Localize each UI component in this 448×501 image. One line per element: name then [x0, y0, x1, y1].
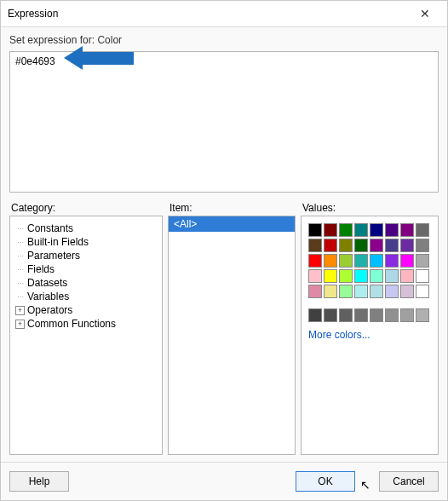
arrow-left-icon: [64, 46, 83, 70]
color-swatch[interactable]: [370, 223, 383, 237]
titlebar: Expression ✕: [1, 1, 447, 27]
category-item-label: Fields: [27, 263, 55, 275]
tree-expand-icon: +: [15, 306, 25, 315]
color-swatch[interactable]: [308, 239, 322, 252]
color-swatch[interactable]: [370, 254, 383, 268]
grey-swatch[interactable]: [385, 308, 399, 322]
color-swatch[interactable]: [400, 239, 414, 252]
color-swatch[interactable]: [324, 223, 337, 237]
tree-leaf-icon: ⋯: [15, 238, 25, 247]
color-swatch[interactable]: [354, 269, 368, 283]
category-item[interactable]: ⋯Parameters: [14, 249, 158, 262]
category-item-label: Common Functions: [27, 318, 116, 330]
tree-leaf-icon: ⋯: [15, 292, 25, 302]
color-swatch[interactable]: [400, 285, 414, 298]
values-box: More colors...: [301, 216, 439, 455]
category-tree[interactable]: ⋯Constants⋯Built-in Fields⋯Parameters⋯Fi…: [10, 216, 162, 336]
values-panel: Values: More colors...: [301, 200, 439, 455]
category-item[interactable]: ⋯Datasets: [14, 276, 158, 290]
color-swatch[interactable]: [400, 269, 414, 283]
color-swatch[interactable]: [324, 285, 337, 298]
color-swatch[interactable]: [354, 254, 368, 268]
color-swatch-grid[interactable]: [302, 216, 438, 302]
color-swatch[interactable]: [339, 269, 353, 283]
category-item[interactable]: ⋯Constants: [14, 222, 158, 235]
color-swatch[interactable]: [400, 254, 414, 268]
category-item-label: Datasets: [27, 277, 67, 289]
category-item[interactable]: +Operators: [14, 303, 158, 317]
item-label: Item:: [169, 202, 296, 214]
grey-swatch[interactable]: [339, 308, 353, 322]
close-button[interactable]: ✕: [410, 4, 440, 23]
category-panel: Category: ⋯Constants⋯Built-in Fields⋯Par…: [9, 200, 163, 455]
expression-input[interactable]: [9, 51, 439, 193]
color-swatch[interactable]: [339, 223, 353, 237]
grey-swatch[interactable]: [324, 308, 337, 322]
color-swatch[interactable]: [370, 239, 383, 252]
color-swatch[interactable]: [385, 269, 399, 283]
item-panel: Item: <All>: [168, 200, 296, 455]
color-swatch[interactable]: [385, 254, 399, 268]
close-icon: ✕: [420, 7, 430, 20]
dialog-body: Set expression for: Color Category: ⋯Con…: [1, 27, 447, 462]
category-item[interactable]: +Common Functions: [14, 317, 158, 331]
grey-swatch[interactable]: [416, 308, 429, 322]
more-colors-link[interactable]: More colors...: [302, 325, 438, 344]
grey-swatch[interactable]: [400, 308, 414, 322]
panels-row: Category: ⋯Constants⋯Built-in Fields⋯Par…: [9, 200, 439, 455]
tree-leaf-icon: ⋯: [15, 279, 25, 288]
prompt-label: Set expression for: Color: [9, 34, 439, 46]
color-swatch[interactable]: [370, 269, 383, 283]
color-swatch[interactable]: [339, 254, 353, 268]
color-swatch[interactable]: [354, 285, 368, 298]
right-buttons: OK ↖ Cancel: [296, 471, 439, 492]
color-swatch[interactable]: [416, 254, 429, 268]
category-item-label: Variables: [27, 291, 69, 302]
grey-swatch[interactable]: [308, 308, 322, 322]
color-swatch[interactable]: [354, 239, 368, 252]
item-row[interactable]: <All>: [169, 216, 295, 232]
color-swatch[interactable]: [416, 239, 429, 252]
grey-swatch[interactable]: [370, 308, 383, 322]
color-swatch[interactable]: [416, 269, 429, 283]
tree-leaf-icon: ⋯: [15, 265, 25, 274]
expression-dialog: Expression ✕ Set expression for: Color C…: [0, 0, 448, 501]
color-swatch[interactable]: [339, 239, 353, 252]
tree-leaf-icon: ⋯: [15, 224, 25, 233]
color-swatch[interactable]: [400, 223, 414, 237]
color-swatch[interactable]: [324, 269, 337, 283]
color-swatch[interactable]: [370, 285, 383, 298]
color-swatch[interactable]: [385, 239, 399, 252]
category-item[interactable]: ⋯Variables: [14, 290, 158, 303]
color-swatch[interactable]: [339, 285, 353, 298]
cancel-button[interactable]: Cancel: [379, 471, 439, 492]
category-item[interactable]: ⋯Built-in Fields: [14, 235, 158, 249]
color-swatch[interactable]: [416, 285, 429, 298]
item-list[interactable]: <All>: [168, 216, 296, 455]
category-label: Category:: [11, 202, 163, 214]
help-button[interactable]: Help: [9, 471, 69, 492]
window-title: Expression: [8, 8, 58, 20]
annotation-arrow: [64, 49, 134, 66]
grey-swatch-grid[interactable]: [302, 302, 438, 325]
color-swatch[interactable]: [354, 223, 368, 237]
tree-expand-icon: +: [15, 320, 25, 329]
grey-swatch[interactable]: [354, 308, 368, 322]
color-swatch[interactable]: [308, 285, 322, 298]
color-swatch[interactable]: [324, 239, 337, 252]
category-item-label: Parameters: [27, 250, 80, 262]
dialog-footer: Help OK ↖ Cancel: [1, 462, 447, 500]
color-swatch[interactable]: [324, 254, 337, 268]
color-swatch[interactable]: [385, 285, 399, 298]
color-swatch[interactable]: [385, 223, 399, 237]
category-item[interactable]: ⋯Fields: [14, 262, 158, 276]
ok-button[interactable]: OK: [296, 471, 355, 492]
category-tree-box: ⋯Constants⋯Built-in Fields⋯Parameters⋯Fi…: [9, 216, 163, 455]
color-swatch[interactable]: [308, 269, 322, 283]
category-item-label: Built-in Fields: [27, 236, 89, 248]
color-swatch[interactable]: [308, 223, 322, 237]
values-label: Values:: [302, 202, 439, 214]
color-swatch[interactable]: [308, 254, 322, 268]
cursor-icon: ↖: [360, 478, 370, 492]
color-swatch[interactable]: [416, 223, 429, 237]
